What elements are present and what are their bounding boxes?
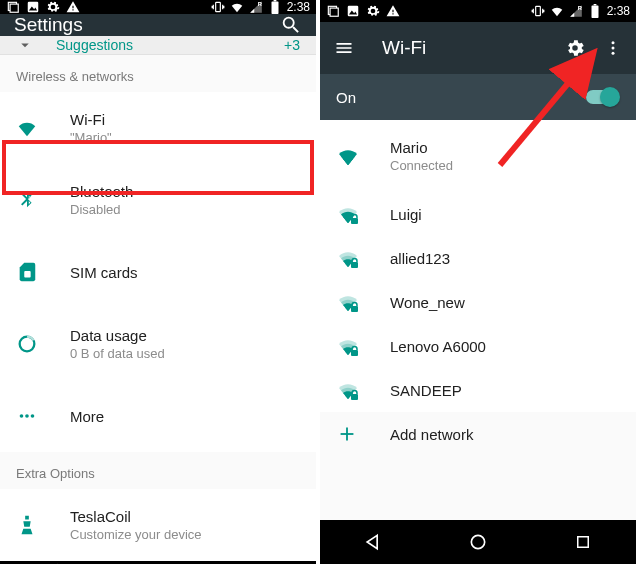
svg-rect-22: [593, 4, 596, 5]
sim-row[interactable]: SIM cards: [0, 236, 316, 308]
menu-icon[interactable]: [334, 38, 354, 58]
clock-label: 2:38: [287, 0, 310, 14]
wifi-network-row[interactable]: allied123: [320, 236, 636, 280]
wifi-network-row[interactable]: Lenovo A6000: [320, 324, 636, 368]
svg-rect-19: [535, 6, 540, 15]
wifi-network-row[interactable]: SANDEEP: [320, 368, 636, 412]
image-icon: [346, 4, 360, 18]
svg-point-33: [471, 535, 484, 548]
appbar-title: Settings: [14, 14, 262, 36]
teslacoil-label: TeslaCoil: [70, 508, 300, 525]
plus-icon: [336, 423, 390, 445]
wifi-status-icon: [230, 0, 244, 14]
battery-icon: [268, 0, 282, 14]
svg-point-11: [25, 414, 29, 418]
wifi-signal-icon: [336, 290, 390, 314]
wifi-signal-icon: [336, 246, 390, 270]
wifi-app-bar: Wi-Fi: [320, 22, 636, 74]
teslacoil-icon: [16, 514, 70, 536]
network-ssid: Lenovo A6000: [390, 338, 620, 355]
stack-icon: [6, 0, 20, 14]
data-label: Data usage: [70, 327, 300, 344]
more-row[interactable]: More: [0, 380, 316, 452]
bluetooth-label: Bluetooth: [70, 183, 300, 200]
network-ssid: allied123: [390, 250, 620, 267]
subheader-wireless: Wireless & networks: [0, 55, 316, 92]
cell-signal-icon: R: [249, 0, 263, 14]
status-bar: R 2:38: [0, 0, 316, 14]
svg-text:R: R: [577, 5, 582, 11]
more-vertical-icon[interactable]: [604, 37, 622, 59]
suggestions-count: +3: [284, 37, 300, 53]
network-status: Connected: [390, 158, 620, 173]
more-label: More: [70, 408, 300, 425]
svg-rect-17: [348, 6, 359, 17]
svg-point-10: [20, 414, 24, 418]
wifi-signal-icon: [336, 378, 390, 402]
network-ssid: SANDEEP: [390, 382, 620, 399]
warning-icon: [66, 0, 80, 14]
svg-point-25: [612, 52, 615, 55]
bluetooth-row[interactable]: Bluetooth Disabled: [0, 164, 316, 236]
clock-label: 2:38: [607, 4, 630, 18]
data-sub: 0 B of data used: [70, 346, 300, 361]
wifi-status-icon: [550, 4, 564, 18]
search-icon[interactable]: [280, 14, 302, 36]
svg-rect-29: [351, 350, 358, 356]
svg-rect-26: [351, 218, 358, 224]
back-nav-button[interactable]: [362, 531, 384, 553]
data-usage-row[interactable]: Data usage 0 B of data used: [0, 308, 316, 380]
wifi-signal-icon: [336, 144, 390, 168]
suggestions-label: Suggestions: [56, 37, 284, 53]
add-network-row[interactable]: Add network: [320, 412, 636, 456]
stack-icon: [326, 4, 340, 18]
gear-status-icon: [366, 4, 380, 18]
wifi-toggle-bar: On: [320, 74, 636, 120]
bluetooth-sub: Disabled: [70, 202, 300, 217]
cell-signal-icon: R: [569, 4, 583, 18]
teslacoil-row[interactable]: TeslaCoil Customize your device: [0, 489, 316, 561]
wifi-row[interactable]: Wi-Fi "Mario": [0, 92, 316, 164]
sim-card-icon: [16, 261, 70, 283]
network-ssid: Mario: [390, 139, 620, 156]
svg-rect-6: [271, 1, 278, 14]
subheader-extra: Extra Options: [0, 452, 316, 489]
warning-icon: [386, 4, 400, 18]
wifi-network-row[interactable]: Luigi: [320, 192, 636, 236]
suggestions-row[interactable]: Suggestions +3: [0, 36, 316, 55]
wifi-toggle[interactable]: [584, 87, 620, 107]
svg-rect-28: [351, 306, 358, 312]
svg-rect-8: [24, 271, 30, 277]
bluetooth-icon: [16, 189, 70, 211]
gear-status-icon: [46, 0, 60, 14]
add-network-label: Add network: [390, 426, 620, 443]
teslacoil-sub: Customize your device: [70, 527, 300, 542]
wifi-icon: [16, 117, 70, 139]
sim-label: SIM cards: [70, 264, 300, 281]
recents-nav-button[interactable]: [572, 531, 594, 553]
appbar-title: Wi-Fi: [382, 37, 546, 59]
wifi-sub: "Mario": [70, 130, 300, 145]
svg-point-12: [31, 414, 35, 418]
home-nav-button[interactable]: [467, 531, 489, 553]
wifi-network-row[interactable]: Mario Connected: [320, 120, 636, 192]
wifi-label: Wi-Fi: [70, 111, 300, 128]
svg-point-24: [612, 47, 615, 50]
battery-icon: [588, 4, 602, 18]
vibrate-icon: [531, 4, 545, 18]
svg-rect-4: [215, 2, 220, 11]
image-icon: [26, 0, 40, 14]
svg-text:R: R: [257, 1, 262, 7]
svg-rect-7: [273, 0, 276, 1]
svg-rect-30: [351, 394, 358, 400]
svg-point-23: [612, 41, 615, 44]
svg-rect-16: [330, 8, 338, 16]
svg-rect-34: [578, 537, 589, 548]
nav-bar: [320, 520, 636, 564]
wifi-network-row[interactable]: Wone_new: [320, 280, 636, 324]
data-usage-icon: [16, 333, 70, 355]
svg-rect-27: [351, 262, 358, 268]
chevron-down-icon: [16, 36, 34, 54]
network-ssid: Luigi: [390, 206, 620, 223]
settings-gear-icon[interactable]: [564, 37, 586, 59]
